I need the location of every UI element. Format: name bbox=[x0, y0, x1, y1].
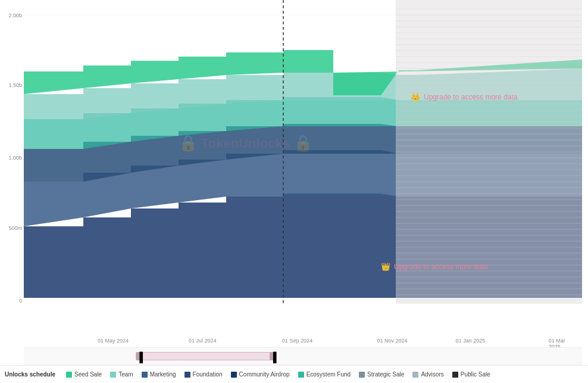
legend-item-team: Team bbox=[110, 371, 133, 378]
legend-label-strategic-sale: Strategic Sale bbox=[367, 371, 404, 378]
legend-item-community-airdrop: Community Airdrop bbox=[231, 371, 290, 378]
legend-item-marketing: Marketing bbox=[142, 371, 176, 378]
legend-dot-strategic-sale bbox=[359, 372, 365, 378]
legend-label-team: Team bbox=[118, 371, 133, 378]
y-label-100b: 1.00b bbox=[8, 155, 22, 161]
x-axis: 01 May 2024 01 Jul 2024 01 Sep 2024 01 N… bbox=[24, 335, 582, 347]
legend-dot-public-sale bbox=[452, 372, 458, 378]
legend-item-seed-sale: Seed Sale bbox=[66, 371, 102, 378]
x-label-nov: 01 Nov 2024 bbox=[377, 338, 408, 344]
scrollbar-area[interactable]: ▐ ▐ bbox=[24, 347, 582, 365]
legend: Unlocks schedule Seed Sale Team Marketin… bbox=[0, 365, 588, 383]
legend-item-public-sale: Public Sale bbox=[452, 371, 490, 378]
chart-svg bbox=[24, 0, 582, 304]
legend-dot-community-airdrop bbox=[231, 372, 237, 378]
scrollbar-handle-left[interactable]: ▐ bbox=[136, 352, 141, 360]
legend-dot-foundation bbox=[184, 372, 190, 378]
legend-dot-advisors bbox=[412, 372, 418, 378]
legend-label-advisors: Advisors bbox=[421, 371, 443, 378]
y-label-0: 0 bbox=[19, 298, 22, 304]
scrollbar-thumb[interactable]: ▐ ▐ bbox=[136, 352, 276, 360]
x-label-may: 01 May 2024 bbox=[98, 338, 129, 344]
legend-dot-seed-sale bbox=[66, 372, 72, 378]
legend-label-seed-sale: Seed Sale bbox=[74, 371, 102, 378]
legend-dot-marketing bbox=[142, 372, 148, 378]
x-label-jul: 01 Jul 2024 bbox=[189, 338, 217, 344]
legend-label-community-airdrop: Community Airdrop bbox=[239, 371, 290, 378]
legend-label-public-sale: Public Sale bbox=[461, 371, 490, 378]
legend-item-ecosystem-fund: Ecosystem Fund bbox=[298, 371, 351, 378]
legend-item-strategic-sale: Strategic Sale bbox=[359, 371, 404, 378]
chart-container: 2.00b 1.50b 1.00b 500m 0 Chart in UTC + … bbox=[0, 0, 588, 383]
legend-dot-team bbox=[110, 372, 116, 378]
legend-item-foundation: Foundation bbox=[184, 371, 223, 378]
legend-title: Unlocks schedule bbox=[5, 371, 55, 378]
x-label-sep: 01 Sep 2024 bbox=[282, 338, 312, 344]
chart-area bbox=[24, 0, 582, 304]
scrollbar-track[interactable]: ▐ ▐ bbox=[24, 350, 582, 362]
legend-item-advisors: Advisors bbox=[412, 371, 443, 378]
legend-label-ecosystem-fund: Ecosystem Fund bbox=[306, 371, 351, 378]
legend-dot-ecosystem-fund bbox=[298, 372, 304, 378]
legend-label-marketing: Marketing bbox=[150, 371, 176, 378]
y-label-150b: 1.50b bbox=[8, 82, 22, 88]
y-axis: 2.00b 1.50b 1.00b 500m 0 bbox=[0, 0, 25, 304]
legend-label-foundation: Foundation bbox=[193, 371, 223, 378]
y-label-200b: 2.00b bbox=[8, 13, 22, 18]
scrollbar-handle-right[interactable]: ▐ bbox=[270, 352, 274, 360]
y-label-500m: 500m bbox=[8, 225, 22, 231]
x-label-jan: 01 Jan 2025 bbox=[456, 338, 486, 344]
